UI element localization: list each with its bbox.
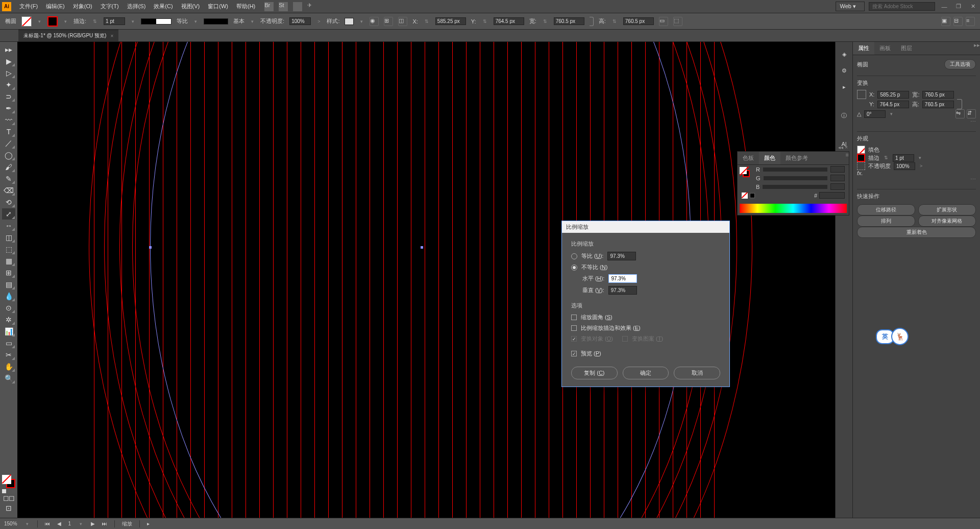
document-tab[interactable]: 未标题-1* @ 150% (RGB/GPU 预览) ×: [18, 30, 118, 41]
copy-button[interactable]: 复制 (C): [571, 367, 618, 379]
prop-w-input[interactable]: [922, 91, 954, 99]
artboard-last-icon[interactable]: ⏭: [102, 521, 107, 526]
stock-icon[interactable]: St: [279, 2, 288, 11]
fill-swatch[interactable]: [21, 16, 32, 27]
recolor-button[interactable]: 重新着色: [857, 227, 976, 238]
link-dimensions-icon[interactable]: [957, 99, 962, 109]
prop-h-input[interactable]: [922, 101, 954, 108]
zoom-level[interactable]: 150%: [4, 521, 17, 526]
reference-point-icon[interactable]: [857, 90, 866, 99]
panel-menu-icon[interactable]: ≡: [966, 17, 975, 26]
color-mode-none[interactable]: [11, 489, 15, 493]
selection-handle[interactable]: [149, 246, 152, 249]
menu-help[interactable]: 帮助(H): [232, 1, 259, 12]
panel-collapse-icon[interactable]: ▸▸: [974, 42, 980, 55]
expand-shape-button[interactable]: 扩展形状: [918, 204, 976, 215]
preferences-icon[interactable]: ⊟: [953, 17, 963, 26]
tab-layers[interactable]: 图层: [896, 42, 917, 55]
play-icon[interactable]: ▸: [839, 82, 849, 92]
eraser-tool[interactable]: ⌫: [2, 185, 15, 196]
screen-mode-icon[interactable]: ⊡: [2, 502, 15, 514]
appearance-more-icon[interactable]: ⋯: [857, 176, 976, 183]
menu-object[interactable]: 对象(O): [69, 1, 96, 12]
color-panel-menu-icon[interactable]: ≡: [846, 152, 849, 164]
hand-tool[interactable]: ✋: [2, 361, 15, 372]
perspective-tool[interactable]: ▦: [2, 255, 15, 267]
prop-x-input[interactable]: [877, 91, 909, 99]
flip-h-icon[interactable]: ⇋: [955, 109, 965, 118]
ok-button[interactable]: 确定: [623, 367, 669, 379]
r-slider[interactable]: [763, 167, 827, 172]
free-transform-tool[interactable]: ◫: [2, 232, 15, 243]
ime-badge[interactable]: 英 🦌: [876, 328, 909, 345]
window-minimize-icon[interactable]: —: [939, 3, 949, 10]
color-panel-swatch[interactable]: [740, 167, 750, 177]
info-icon[interactable]: ⓘ: [839, 110, 849, 121]
artboard-prev-icon[interactable]: ⏮: [45, 521, 50, 526]
color-panel-collapse-icon[interactable]: ◂◂ ×: [838, 145, 848, 150]
y-input[interactable]: [494, 17, 524, 25]
arrange-button[interactable]: 排列: [857, 215, 915, 227]
color-mode-gradient[interactable]: [7, 489, 11, 493]
paintbrush-tool[interactable]: 🖌: [2, 161, 15, 173]
shape-builder-tool[interactable]: ⬚: [2, 244, 15, 255]
vertical-input[interactable]: [608, 286, 637, 295]
stroke-swatch[interactable]: [47, 16, 58, 27]
b-input[interactable]: [830, 183, 845, 190]
width-tool[interactable]: ↔: [2, 220, 15, 231]
artboard-next-icon[interactable]: ▶: [91, 521, 95, 526]
stroke-profile[interactable]: [141, 18, 172, 25]
search-stock-input[interactable]: [869, 2, 935, 11]
prop-opacity-icon[interactable]: [857, 162, 865, 170]
menu-type[interactable]: 文字(T): [96, 1, 123, 12]
width-input[interactable]: [554, 17, 584, 25]
artboard-number[interactable]: 1: [68, 521, 71, 526]
style-swatch[interactable]: [345, 18, 354, 25]
tab-swatches[interactable]: 色板: [738, 152, 759, 164]
type-tool[interactable]: T: [2, 126, 15, 137]
g-input[interactable]: [830, 175, 845, 181]
opacity-input[interactable]: [289, 17, 311, 25]
black-icon[interactable]: [750, 193, 755, 198]
prop-stroke-swatch[interactable]: [857, 154, 865, 162]
arrange-docs-icon[interactable]: [293, 2, 302, 11]
symbol-sprayer-tool[interactable]: ✲: [2, 314, 15, 325]
selection-handle[interactable]: [421, 246, 423, 249]
link-wh-icon[interactable]: [590, 17, 594, 26]
cancel-button[interactable]: 取消: [674, 367, 720, 379]
fill-color-icon[interactable]: [2, 475, 11, 484]
prop-y-input[interactable]: [877, 101, 909, 108]
gpu-icon[interactable]: ✈: [307, 2, 316, 11]
align-icon[interactable]: ⊞: [384, 17, 393, 26]
shaper-tool[interactable]: ✎: [2, 173, 15, 184]
graph-tool[interactable]: 📊: [2, 326, 15, 337]
offset-path-button[interactable]: 位移路径: [857, 204, 915, 215]
direct-selection-tool[interactable]: ▷: [2, 67, 15, 79]
recolor-icon[interactable]: ◉: [370, 17, 379, 26]
preview-checkbox[interactable]: [571, 351, 577, 356]
bridge-icon[interactable]: Br: [264, 2, 274, 11]
isolate-icon[interactable]: ▣: [941, 17, 950, 26]
selection-tool[interactable]: ▶: [2, 56, 15, 67]
ellipse-tool[interactable]: ◯: [2, 150, 15, 161]
mesh-tool[interactable]: ⊞: [2, 267, 15, 278]
fill-dropdown-icon[interactable]: ▾: [37, 19, 42, 24]
shape-mode-icon[interactable]: ◫: [398, 17, 407, 26]
stroke-weight-input[interactable]: [104, 17, 125, 25]
tool-options-button[interactable]: 工具选项: [944, 59, 976, 69]
menu-edit[interactable]: 编辑(E): [42, 1, 69, 12]
prop-opacity-input[interactable]: [894, 162, 915, 170]
line-tool[interactable]: ／: [2, 138, 15, 149]
gradient-tool[interactable]: ▤: [2, 279, 15, 290]
collapse-icon[interactable]: ▸▸: [2, 44, 15, 55]
lasso-tool[interactable]: ⊃: [2, 91, 15, 102]
window-restore-icon[interactable]: ❐: [953, 3, 964, 10]
shape-props-icon[interactable]: ▭: [659, 17, 668, 26]
fill-stroke-swap[interactable]: [2, 475, 15, 488]
tab-properties[interactable]: 属性: [853, 42, 874, 55]
pen-tool[interactable]: ✒: [2, 103, 15, 114]
status-menu-icon[interactable]: ▸: [147, 521, 150, 526]
window-close-icon[interactable]: ✕: [968, 3, 978, 10]
horizontal-input[interactable]: [608, 274, 637, 283]
zoom-tool[interactable]: 🔍: [2, 373, 15, 384]
